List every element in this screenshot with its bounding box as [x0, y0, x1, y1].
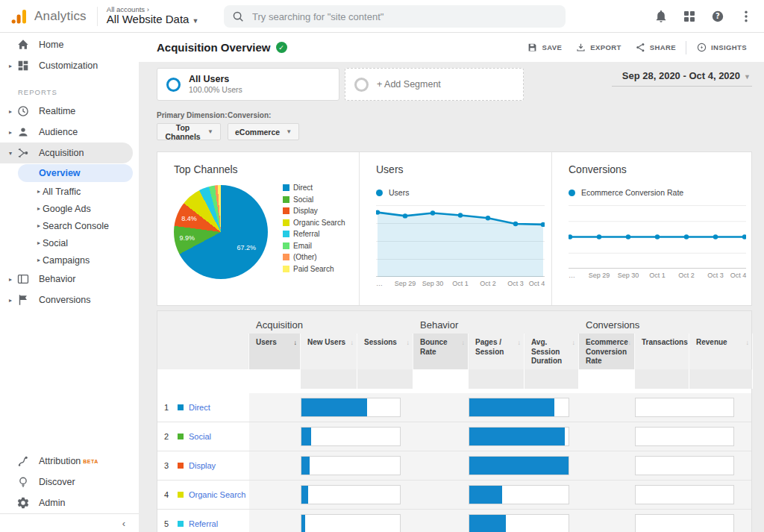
chevron-right-icon[interactable]: ▸: [35, 240, 43, 246]
users-line-plot[interactable]: [376, 205, 545, 277]
behavior-value-box: [469, 485, 569, 504]
primary-dimension-dropdown[interactable]: Top Channels ▼: [157, 123, 221, 140]
sidebar-item-audience[interactable]: ▸Audience: [0, 122, 139, 143]
chevron-right-icon[interactable]: ▸: [6, 297, 15, 304]
chevron-down-icon[interactable]: ▾: [6, 150, 15, 157]
dimension-controls: Primary Dimension: Conversion: Top Chann…: [157, 111, 752, 140]
channel-link[interactable]: Referral: [189, 519, 218, 528]
legend-swatch-icon: [283, 266, 289, 272]
sidebar-item-overview[interactable]: Overview: [18, 164, 133, 182]
share-button[interactable]: SHARE: [628, 37, 683, 57]
conversions-value-box: [635, 398, 734, 417]
column-header-label: Avg. Session Duration: [531, 338, 562, 365]
account-switcher[interactable]: All accounts › All Website Data▼: [107, 6, 199, 26]
notifications-bell-icon[interactable]: [654, 9, 668, 24]
behavior-value-box: [469, 427, 569, 446]
search-bar[interactable]: [224, 5, 566, 28]
sidebar-item-admin[interactable]: Admin: [0, 492, 139, 513]
table-row: 5Referral: [157, 510, 751, 532]
sidebar-item-acquisition[interactable]: ▾Acquisition: [0, 143, 133, 163]
search-icon: [231, 10, 245, 23]
column-header-users[interactable]: Users↓: [249, 334, 301, 369]
sort-descending-icon: ↓: [294, 339, 298, 347]
chart-title: Conversions: [569, 163, 751, 175]
sidebar-item-discover[interactable]: Discover: [0, 472, 139, 492]
x-axis-tick-label: Oct 1: [649, 272, 666, 279]
segment-all-users[interactable]: All Users 100.00% Users: [157, 68, 339, 101]
channel-link[interactable]: Direct: [189, 403, 210, 412]
chevron-right-icon[interactable]: ▸: [6, 129, 15, 136]
chevron-right-icon[interactable]: ▸: [35, 257, 43, 263]
sidebar-item-customization[interactable]: ▸Customization: [0, 55, 139, 76]
column-header-label: Users: [256, 338, 277, 346]
chart-title: Users: [376, 163, 551, 175]
primary-dimension-label: Primary Dimension:: [157, 111, 228, 119]
dropdown-caret-icon: ▼: [201, 128, 213, 135]
analytics-logo[interactable]: Analytics: [10, 8, 87, 25]
summary-cell: [579, 369, 635, 389]
sort-icon: ↓: [462, 339, 466, 347]
chevron-right-icon[interactable]: ▸: [6, 276, 15, 283]
chevron-right-icon[interactable]: ▸: [35, 188, 43, 195]
summary-cell: [413, 369, 469, 389]
sidebar-collapse-button[interactable]: ‹: [0, 513, 139, 532]
channel-color-swatch-icon: [178, 521, 184, 527]
conversions-x-axis-labels: …Sep 29Sep 30Oct 1Oct 2Oct 3Oct 4: [569, 272, 746, 281]
conversions-value-box: [635, 514, 734, 532]
sidebar-item-all-traffic[interactable]: ▸All Traffic: [0, 183, 139, 200]
help-icon[interactable]: ?: [710, 9, 725, 24]
export-button[interactable]: EXPORT: [569, 37, 627, 57]
date-range-picker[interactable]: Sep 28, 2020 - Oct 4, 2020▼: [612, 68, 752, 101]
dropdown-caret-icon: ▼: [280, 128, 292, 135]
save-button[interactable]: SAVE: [520, 37, 569, 57]
column-header-ecommerce-conversion-rate[interactable]: Ecommerce Conversion Rate↓: [579, 334, 635, 369]
conversions-icon: [16, 293, 30, 307]
legend-item: Organic Search: [283, 219, 345, 227]
sidebar-item-campaigns[interactable]: ▸Campaigns: [0, 251, 139, 269]
conversion-dropdown[interactable]: eCommerce ▼: [228, 123, 299, 140]
channels-pie-chart[interactable]: 67.2%9.9%8.4%: [174, 185, 268, 279]
channel-link[interactable]: Organic Search: [189, 490, 245, 499]
attribution-icon: [16, 454, 30, 468]
summary-cell: [357, 369, 413, 389]
admin-icon: [16, 496, 30, 510]
add-segment-button[interactable]: + Add Segment: [345, 68, 524, 101]
sidebar-item-behavior[interactable]: ▸Behavior: [0, 269, 139, 290]
sidebar-item-home[interactable]: Home: [0, 34, 139, 55]
button-label: EXPORT: [590, 43, 621, 51]
sidebar-item-search-console[interactable]: ▸Search Console: [0, 217, 139, 234]
column-header-avg-session-duration[interactable]: Avg. Session Duration↓: [525, 334, 579, 369]
column-header-sessions[interactable]: Sessions↓: [357, 334, 413, 369]
export-icon: [575, 42, 586, 53]
value-bar: [469, 457, 569, 475]
column-header-pages-session[interactable]: Pages / Session↓: [469, 334, 525, 369]
sidebar-item-social[interactable]: ▸Social: [0, 234, 139, 251]
sidebar-items: Home▸CustomizationREPORTS▸Realtime▸Audie…: [0, 33, 139, 310]
sidebar-item-attribution[interactable]: AttributionBETA: [0, 451, 139, 472]
sidebar-item-google-ads[interactable]: ▸Google Ads: [0, 200, 139, 217]
sidebar-item-realtime[interactable]: ▸Realtime: [0, 101, 139, 122]
value-bar: [301, 428, 311, 445]
conversions-value-box: [635, 427, 734, 446]
search-input[interactable]: [252, 11, 558, 22]
chevron-right-icon[interactable]: ▸: [35, 205, 43, 212]
chevron-right-icon[interactable]: ▸: [6, 63, 15, 69]
conversions-line-plot[interactable]: [569, 205, 746, 269]
channel-link[interactable]: Social: [189, 432, 211, 441]
property-name: All Website Data▼: [107, 13, 199, 26]
chevron-right-icon[interactable]: ▸: [6, 108, 15, 115]
sidebar-item-label: Behavior: [39, 274, 75, 284]
column-header-bounce-rate[interactable]: Bounce Rate↓: [413, 334, 469, 369]
button-label: INSIGHTS: [711, 43, 747, 51]
sidebar-item-conversions[interactable]: ▸Conversions: [0, 290, 139, 310]
more-options-kebab-icon[interactable]: [739, 9, 754, 24]
apps-grid-icon[interactable]: [682, 9, 697, 24]
insights-button[interactable]: INSIGHTS: [689, 37, 754, 57]
channel-link[interactable]: Display: [189, 461, 216, 470]
chevron-right-icon[interactable]: ▸: [35, 222, 43, 229]
column-header-new-users[interactable]: New Users↓: [301, 334, 357, 369]
legend-item: Display: [283, 207, 345, 215]
column-header-transactions[interactable]: Transactions↓: [635, 334, 689, 369]
column-header-revenue[interactable]: Revenue↓: [689, 334, 753, 369]
audience-icon: [16, 125, 30, 139]
